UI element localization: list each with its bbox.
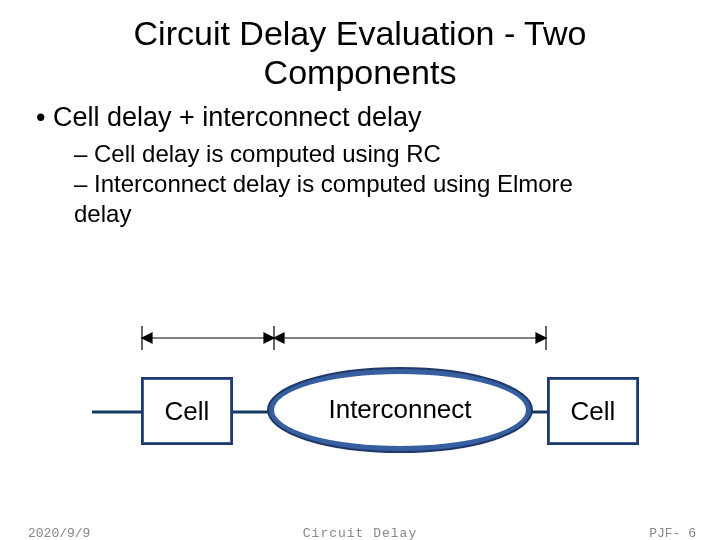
svg-marker-4 xyxy=(142,333,152,343)
cell-right-label: Cell xyxy=(571,396,616,426)
cell-left-label: Cell xyxy=(165,396,210,426)
footer-page: PJF- 6 xyxy=(649,526,696,540)
bullet-main: Cell delay + interconnect delay xyxy=(36,102,684,133)
measurement-bar xyxy=(142,326,546,350)
svg-marker-5 xyxy=(264,333,274,343)
footer-center: Circuit Delay xyxy=(303,526,417,540)
page-title: Circuit Delay Evaluation - Two Component… xyxy=(0,0,720,102)
circuit-diagram: Cell Interconnect Cell xyxy=(0,320,720,480)
svg-marker-7 xyxy=(274,333,284,343)
footer-date: 2020/9/9 xyxy=(28,526,90,540)
bullet-list: Cell delay + interconnect delay Cell del… xyxy=(0,102,720,229)
interconnect-label: Interconnect xyxy=(328,394,472,424)
bullet-sub-2: Interconnect delay is computed using Elm… xyxy=(74,169,684,229)
bullet-sub-1: Cell delay is computed using RC xyxy=(74,139,684,169)
svg-marker-8 xyxy=(536,333,546,343)
